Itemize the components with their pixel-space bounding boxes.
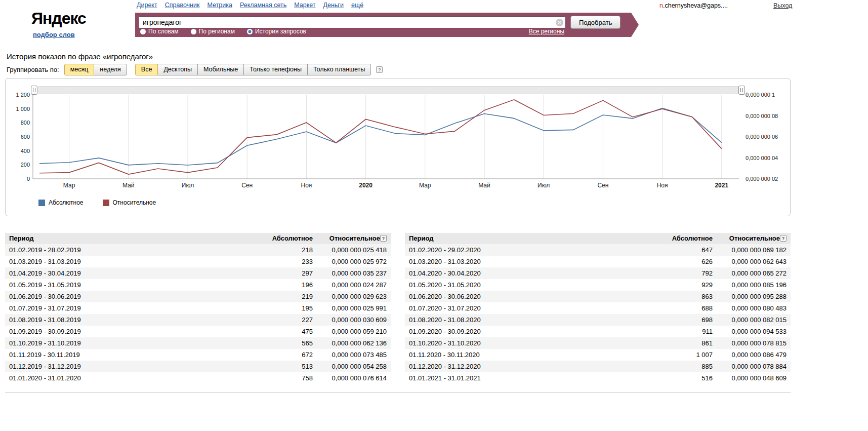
cell-period: 01.08.2019 - 31.08.2019 (5, 314, 256, 326)
table-row: 01.03.2019 - 31.03.20192330,000 000 025 … (5, 256, 391, 267)
y-axis-tick-left: 600 (21, 134, 30, 140)
x-axis-tick: Мар (419, 182, 431, 189)
nav-link-ad-network[interactable]: Рекламная сеть (240, 2, 286, 9)
table-row: 01.11.2019 - 30.11.20196720,000 000 073 … (5, 349, 391, 361)
mode-query-history[interactable]: История запросов (247, 28, 306, 35)
table-row: 01.12.2019 - 31.12.20195130,000 000 054 … (5, 361, 391, 372)
table-row: 01.09.2019 - 30.09.20194750,000 000 059 … (5, 326, 391, 337)
group-month-button[interactable]: месяц (64, 64, 95, 75)
legend-swatch-relative (103, 200, 109, 206)
all-regions-link[interactable]: Все регионы (529, 28, 564, 35)
cell-period: 01.02.2020 - 29.02.2020 (405, 244, 656, 256)
device-desktop-button[interactable]: Десктопы (157, 64, 198, 75)
cell-period: 01.07.2020 - 31.07.2020 (405, 302, 656, 314)
cell-absolute: 218 (256, 244, 317, 256)
table-row: 01.01.2020 - 31.01.20207580,000 000 076 … (5, 372, 391, 384)
table-row: 01.03.2020 - 31.03.20206260,000 000 062 … (405, 256, 791, 267)
logout-link[interactable]: Выход (773, 2, 792, 9)
mode-by-words[interactable]: По словам (140, 28, 179, 35)
cell-absolute: 929 (656, 279, 717, 291)
table-row: 01.02.2020 - 29.02.20206470,000 000 069 … (405, 244, 791, 256)
cell-relative: 0,000 000 025 972 (317, 256, 391, 267)
header-absolute: Абсолютное (656, 233, 717, 244)
cell-absolute: 513 (256, 361, 317, 372)
device-phones-only-button[interactable]: Только телефоны (243, 64, 308, 75)
x-axis-tick: Мар (63, 182, 75, 189)
x-axis-tick: Май (478, 182, 490, 189)
cell-absolute: 233 (256, 256, 317, 267)
mode-label: По словам (148, 28, 179, 35)
range-slider-handle-left[interactable] (31, 86, 37, 95)
nav-link-money[interactable]: Деньги (323, 2, 344, 9)
cell-absolute: 863 (656, 291, 717, 302)
cell-absolute: 195 (256, 302, 317, 314)
group-by-buttons: месяц неделя (64, 64, 127, 75)
cell-relative: 0,000 000 076 614 (317, 372, 391, 384)
cell-period: 01.03.2019 - 31.03.2019 (5, 256, 256, 267)
y-axis-tick-left: 1 000 (16, 106, 30, 112)
device-all-button[interactable]: Все (135, 64, 158, 75)
table-row: 01.01.2021 - 31.01.20215160,000 000 048 … (405, 372, 791, 384)
cell-relative: 0,000 000 069 182 (717, 244, 791, 256)
cell-relative: 0,000 000 025 991 (317, 302, 391, 314)
y-axis-tick-right: 0,000 000 06 (746, 134, 778, 140)
cell-relative: 0,000 000 080 483 (717, 302, 791, 314)
range-slider-handle-right[interactable] (738, 86, 745, 95)
cell-absolute: 792 (656, 267, 717, 279)
nav-link-spravochnik[interactable]: Справочник (165, 2, 200, 9)
history-table-2019: Период Абсолютное Относительное? 01.02.2… (5, 233, 391, 384)
cell-period: 01.06.2020 - 30.06.2020 (405, 291, 656, 302)
y-axis-tick-left: 0 (27, 176, 30, 182)
table-row: 01.06.2019 - 30.06.20192190,000 000 029 … (5, 291, 391, 302)
table-row: 01.07.2020 - 31.07.20206880,000 000 080 … (405, 302, 791, 314)
header-relative: Относительное? (717, 233, 791, 244)
legend-item-relative: Относительное (103, 199, 156, 206)
cell-relative: 0,000 000 029 623 (317, 291, 391, 302)
cell-period: 01.12.2019 - 31.12.2019 (5, 361, 256, 372)
help-icon[interactable]: ? (376, 66, 383, 73)
clear-icon[interactable]: ✕ (556, 19, 563, 26)
help-icon[interactable]: ? (780, 235, 787, 242)
table-row: 01.04.2020 - 30.04.20207920,000 000 065 … (405, 267, 791, 279)
table-row: 01.07.2019 - 31.07.20191950,000 000 025 … (5, 302, 391, 314)
nav-link-direct[interactable]: Директ (137, 2, 157, 9)
group-week-button[interactable]: неделя (94, 64, 127, 75)
page-title: История показов по фразе «игропедагог» (7, 52, 153, 61)
x-axis-tick: Май (122, 182, 135, 189)
legend-label: Абсолютное (49, 199, 84, 206)
account-username-first-letter: n (659, 2, 663, 9)
history-line-chart: 02004006008001 0001 2000,000 000 020,000… (6, 89, 789, 198)
help-icon[interactable]: ? (380, 235, 387, 242)
cell-period: 01.01.2020 - 31.01.2020 (5, 372, 256, 384)
cell-relative: 0,000 000 035 237 (317, 267, 391, 279)
legend-item-absolute: Абсолютное (38, 199, 84, 206)
wordstat-service-link[interactable]: подбор слов (33, 31, 75, 38)
table-row: 01.05.2019 - 31.05.20191960,000 000 024 … (5, 279, 391, 291)
y-axis-tick-right: 0,000 000 1 (746, 92, 775, 98)
cell-period: 01.04.2019 - 30.04.2019 (5, 267, 256, 279)
table-row: 01.04.2019 - 30.04.20192970,000 000 035 … (5, 267, 391, 279)
y-axis-tick-left: 200 (21, 162, 30, 168)
x-axis-tick: Сен (241, 182, 253, 189)
device-tablets-only-button[interactable]: Только планшеты (307, 64, 371, 75)
grip-icon (33, 88, 35, 92)
mode-by-regions[interactable]: По регионам (191, 28, 235, 35)
account-username[interactable]: n.chernysheva@gaps.... (659, 2, 728, 9)
submit-button[interactable]: Подобрать (570, 16, 621, 29)
search-input[interactable] (138, 16, 566, 28)
radio-icon (191, 29, 196, 34)
cell-period: 01.09.2019 - 30.09.2019 (5, 326, 256, 337)
radio-icon (247, 29, 253, 34)
table-row: 01.11.2020 - 30.11.20201 0070,000 000 08… (405, 349, 791, 361)
device-mobile-button[interactable]: Мобильные (197, 64, 244, 75)
yandex-logo[interactable]: Яндекс (31, 9, 86, 28)
nav-link-metrika[interactable]: Метрика (207, 2, 232, 9)
nav-link-market[interactable]: Маркет (294, 2, 315, 9)
cell-relative: 0,000 000 062 136 (317, 337, 391, 349)
table-body: 01.02.2019 - 28.02.20192180,000 000 025 … (5, 244, 391, 384)
cell-absolute: 911 (656, 326, 717, 337)
device-buttons: Все Десктопы Мобильные Только телефоны Т… (135, 64, 371, 75)
header-period: Период (5, 233, 256, 244)
nav-link-more[interactable]: ещё (351, 2, 363, 9)
y-axis-tick-right: 0,000 000 02 (746, 176, 778, 182)
